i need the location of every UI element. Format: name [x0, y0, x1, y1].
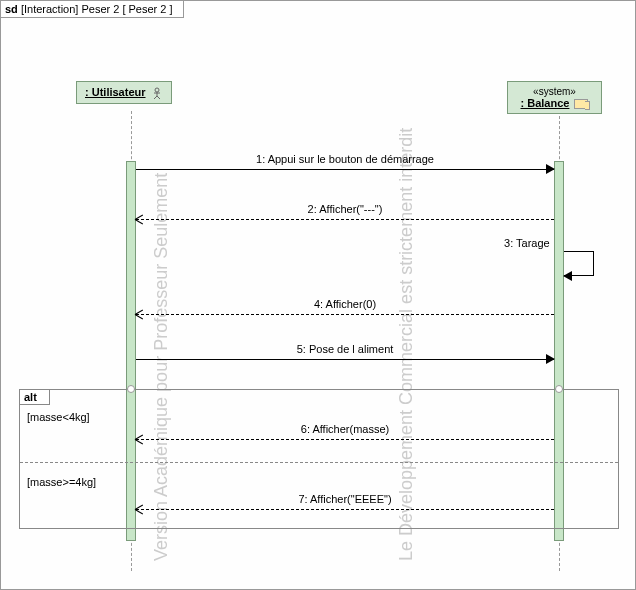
- lifeline-user: : Utilisateur: [76, 81, 172, 104]
- message-4: 4: Afficher(0): [136, 306, 554, 322]
- message-5: 5: Pose de l aliment: [136, 351, 554, 367]
- lifeline-system: «system» : Balance: [507, 81, 602, 114]
- svg-line-4: [157, 96, 160, 99]
- message-1: 1: Appui sur le bouton de démarrage: [136, 161, 554, 177]
- message-7: 7: Afficher("EEEE"): [136, 501, 554, 517]
- fragment-anchor-icon: [127, 385, 135, 393]
- fragment-operator: alt: [20, 390, 50, 405]
- sequence-diagram-frame: sd [Interaction] Peser 2 [ Peser 2 ] Ver…: [0, 0, 636, 590]
- lifeline-system-name: : Balance: [521, 97, 570, 109]
- fragment-separator: [20, 462, 618, 463]
- guard-2: [masse>=4kg]: [27, 476, 96, 488]
- lifeline-system-stereotype: «system»: [516, 86, 593, 97]
- guard-1: [masse<4kg]: [27, 411, 90, 423]
- message-6: 6: Afficher(masse): [136, 431, 554, 447]
- component-icon: [574, 99, 588, 109]
- frame-path: [Interaction] Peser 2: [21, 3, 119, 15]
- frame-kind: sd: [5, 3, 18, 15]
- actor-icon: [151, 87, 163, 99]
- frame-name: [ Peser 2 ]: [122, 3, 172, 15]
- frame-title: sd [Interaction] Peser 2 [ Peser 2 ]: [1, 1, 184, 18]
- svg-line-3: [154, 96, 157, 99]
- message-2: 2: Afficher("---"): [136, 211, 554, 227]
- svg-point-0: [155, 88, 159, 92]
- message-3-self: 3: Tarage: [564, 251, 594, 276]
- lifeline-user-name: : Utilisateur: [85, 86, 146, 98]
- fragment-anchor-icon: [555, 385, 563, 393]
